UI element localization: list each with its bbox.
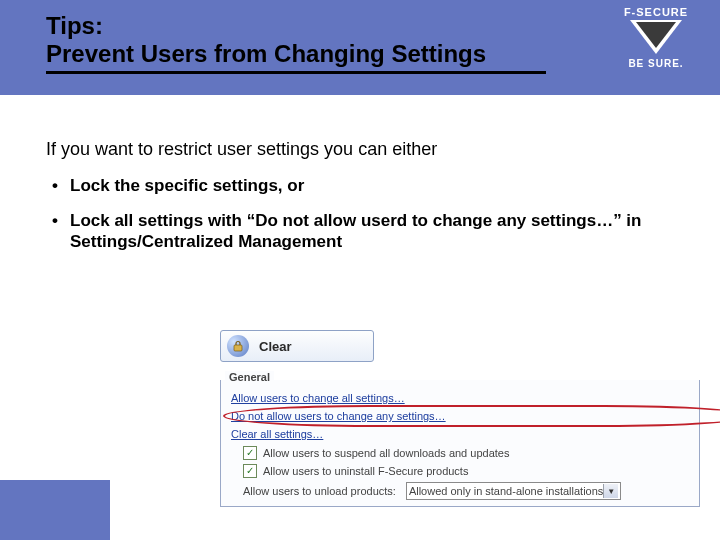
unload-products-row: Allow users to unload products: Allowed … — [229, 480, 691, 502]
link-allow-all-settings[interactable]: Allow users to change all settings… — [229, 390, 407, 406]
link-clear-all-settings[interactable]: Clear all settings… — [229, 426, 325, 442]
title-line-2: Prevent Users from Changing Settings — [46, 40, 546, 68]
embedded-ui-screenshot: Clear General Allow users to change all … — [220, 330, 700, 507]
checkbox-suspend-label: Allow users to suspend all downloads and… — [263, 447, 509, 459]
header-bar: Tips: Prevent Users from Changing Settin… — [0, 0, 720, 95]
unload-products-select[interactable]: Allowed only in stand-alone installation… — [406, 482, 621, 500]
highlight-oval: Do not allow users to change any setting… — [229, 408, 691, 424]
body-lead: If you want to restrict user settings yo… — [46, 138, 666, 161]
title-underline — [46, 71, 546, 74]
general-panel: General Allow users to change all settin… — [220, 380, 700, 507]
chevron-down-icon: ▼ — [603, 484, 618, 498]
checkbox-uninstall[interactable]: ✓ — [243, 464, 257, 478]
footer-corner — [0, 480, 110, 540]
brand-logo: F-SECURE BE SURE. — [606, 6, 706, 86]
general-panel-title: General — [225, 371, 274, 383]
body-text: If you want to restrict user settings yo… — [46, 138, 666, 266]
brand-shield-icon — [630, 20, 682, 54]
checkbox-suspend[interactable]: ✓ — [243, 446, 257, 460]
link-deny-all-settings[interactable]: Do not allow users to change any setting… — [229, 408, 448, 424]
brand-tagline: BE SURE. — [606, 58, 706, 69]
svg-rect-0 — [234, 345, 242, 351]
unload-products-value: Allowed only in stand-alone installation… — [409, 485, 603, 497]
title-block: Tips: Prevent Users from Changing Settin… — [46, 12, 546, 74]
unload-products-label: Allow users to unload products: — [243, 485, 396, 497]
brand-name: F-SECURE — [606, 6, 706, 18]
bullet-1: Lock the specific settings, or — [46, 175, 666, 196]
clear-button[interactable]: Clear — [220, 330, 374, 362]
checkbox-row-suspend: ✓ Allow users to suspend all downloads a… — [229, 444, 691, 462]
clear-button-label: Clear — [259, 339, 292, 354]
lock-icon — [227, 335, 249, 357]
slide: Tips: Prevent Users from Changing Settin… — [0, 0, 720, 540]
bullet-2: Lock all settings with “Do not allow use… — [46, 210, 666, 253]
title-line-1: Tips: — [46, 12, 546, 40]
checkbox-uninstall-label: Allow users to uninstall F-Secure produc… — [263, 465, 468, 477]
checkbox-row-uninstall: ✓ Allow users to uninstall F-Secure prod… — [229, 462, 691, 480]
